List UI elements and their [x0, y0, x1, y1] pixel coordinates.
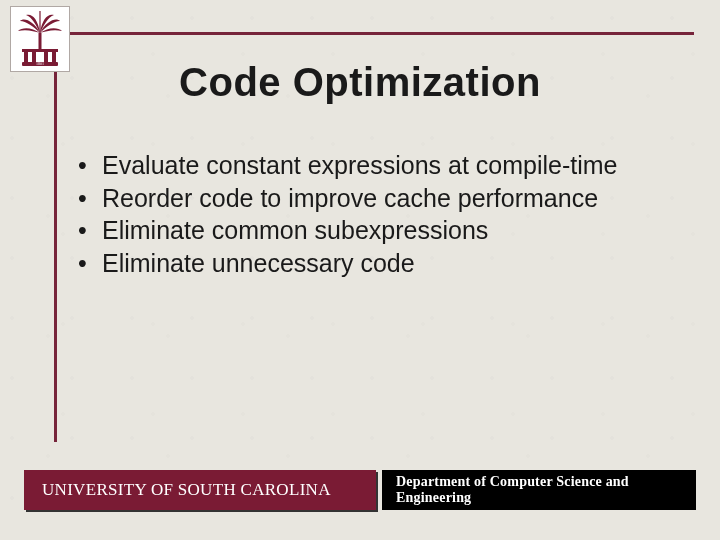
slide-title: Code Optimization	[0, 60, 720, 105]
top-border	[54, 32, 694, 35]
footer-university: UNIVERSITY OF SOUTH CAROLINA	[24, 470, 376, 510]
footer-department: Department of Computer Science and Engin…	[382, 470, 696, 510]
slide-body: Evaluate constant expressions at compile…	[78, 150, 658, 280]
list-item: Eliminate common subexpressions	[78, 215, 658, 246]
bullet-list: Evaluate constant expressions at compile…	[78, 150, 658, 278]
list-item: Evaluate constant expressions at compile…	[78, 150, 658, 181]
svg-rect-1	[22, 49, 58, 52]
list-item: Eliminate unnecessary code	[78, 248, 658, 279]
footer: UNIVERSITY OF SOUTH CAROLINA Department …	[24, 470, 696, 510]
list-item: Reorder code to improve cache performanc…	[78, 183, 658, 214]
svg-rect-0	[39, 33, 42, 49]
